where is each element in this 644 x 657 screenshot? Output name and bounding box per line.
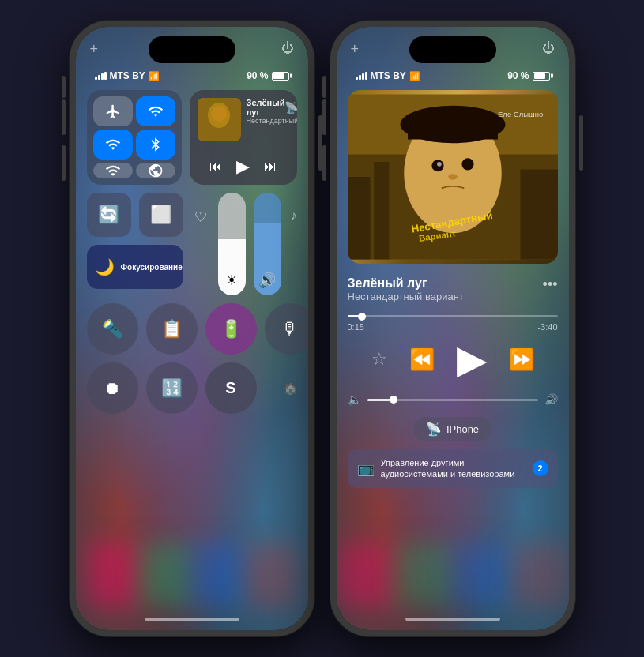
moon-icon: 🌙 [95,257,115,276]
battery-icon-left [272,72,289,81]
airplane-mode-button[interactable] [93,96,133,126]
home-indicator-left[interactable] [145,618,239,621]
device-name: IPhone [446,423,479,435]
speaker-icon: 🔊 [258,272,276,289]
tv-control-text: Управление другими аудиосистемами и теле… [381,457,526,480]
screen-record-button[interactable]: ⏺ [87,362,138,414]
playback-controls: ☆ ⏪ ▶ ⏩ [348,336,558,382]
volume-up-button[interactable] [62,99,66,135]
battery-icon-right [533,72,550,81]
calculator-button[interactable]: 🔢 [146,362,198,414]
vpn-toggle-button[interactable] [93,163,133,178]
heart-icon: ♡ [194,208,207,226]
more-options-button[interactable]: ••• [543,276,558,293]
silent-switch-right[interactable] [322,76,326,98]
home-indicator-right[interactable] [405,618,500,621]
volume-track[interactable] [367,399,538,401]
carrier-text-left: MTS BY [110,70,145,81]
tv-count-badge: 2 [533,460,548,476]
right-phone: + ⏻ MTS BY 📶 90 % [330,21,575,636]
battery-info-right: 90 % [507,70,549,81]
power-icon-right[interactable]: ⏻ [542,41,555,55]
power-button[interactable] [318,115,322,171]
tv-icon: 📺 [357,460,375,477]
volume-dot [390,396,397,404]
wifi-icon-right: 📶 [409,71,420,81]
battery-pct-left: 90 % [247,70,268,81]
svg-rect-14 [408,117,498,140]
battery-info-left: 90 % [247,70,288,81]
song-info: Зелёный луг Нестандартный вариант ••• [348,276,558,312]
brightness-slider[interactable]: ☀ [218,193,246,295]
favorite-button[interactable]: ☆ [371,349,387,370]
cellular-toggle-button[interactable] [93,130,133,160]
remaining-time: -3:40 [537,322,557,332]
device-selector[interactable]: 📡 IPhone [413,417,491,441]
next-button-left[interactable]: ⏭ [264,160,277,174]
color-blobs-right [337,543,569,606]
carrier-info-right: MTS BY 📶 [356,70,420,81]
screen-mirror-button[interactable]: ⬜ [139,193,183,237]
voice-button[interactable]: 🎙 [265,303,308,355]
cc-right-icons2: ♪ [291,193,297,223]
music-artist-left: Нестандартный [247,117,289,125]
volume-down-button[interactable] [62,145,66,181]
flashlight-button[interactable]: 🔦 [87,303,138,355]
volume-slider[interactable]: 🔊 [254,193,281,295]
prev-button-left[interactable]: ⏮ [209,160,222,174]
add-icon-right[interactable]: + [351,41,360,58]
battery-widget-button[interactable]: 🔋 [205,303,257,355]
left-phone-frame: + ⏻ MTS BY 📶 90 % [70,21,314,636]
dynamic-island-right [409,36,496,63]
add-icon-left[interactable]: + [90,41,99,58]
svg-rect-7 [520,170,558,260]
cc-row-1: Зелёный луг 📡 Нестандартный ⏮ ▶ ⏭ [87,90,297,185]
music-title-left: Зелёный луг [247,98,285,117]
tv-control-bar[interactable]: 📺 Управление другими аудиосистемами и те… [348,449,558,488]
volume-row: 🔈 🔊 [348,393,558,406]
airplay-icon-player: 📡 [426,422,442,437]
cc-left-group: 🔄 ⬜ 🌙 Фокусирование [87,193,183,289]
volume-down-button-right[interactable] [322,145,326,181]
svg-rect-6 [374,162,389,260]
power-button-right[interactable] [579,115,583,171]
svg-point-2 [211,106,227,122]
cc-icons-row: 🔄 ⬜ [87,193,183,237]
svg-rect-5 [348,177,371,260]
focus-tile[interactable]: 🌙 Фокусирование [87,245,183,289]
album-label-text: Еле Слышно [498,110,543,118]
song-title: Зелёный луг [348,276,464,291]
color-blobs-left [87,543,297,606]
cc-right-icons: ♡ [194,193,207,226]
play-button-left[interactable]: ▶ [236,156,250,177]
status-bar-right: MTS BY 📶 90 % [337,68,569,84]
shazam-button[interactable]: S [205,362,257,414]
progress-container[interactable]: 0:15 -3:40 [348,315,558,332]
notes-button[interactable]: 📋 [146,303,198,355]
battery-pct-right: 90 % [507,70,529,81]
network-tile[interactable] [87,90,182,185]
airplay-icon-small[interactable]: 📡 [284,101,296,114]
screen-rotation-button[interactable]: 🔄 [87,193,131,237]
progress-track[interactable] [348,315,558,317]
airdrop-button[interactable] [136,163,175,178]
silent-switch[interactable] [62,76,66,98]
music-player: Нестандартный Вариант Еле Слышно Зелёный… [348,90,558,606]
bluetooth-toggle-button[interactable] [136,130,175,160]
left-phone: + ⏻ MTS BY 📶 90 % [70,21,314,636]
wifi-icon-left: 📶 [149,71,160,81]
status-bar-left: MTS BY 📶 90 % [76,68,308,84]
right-phone-frame: + ⏻ MTS BY 📶 90 % [330,21,575,636]
left-phone-screen: + ⏻ MTS BY 📶 90 % [76,27,308,630]
power-icon-left[interactable]: ⏻ [281,41,294,55]
progress-times: 0:15 -3:40 [348,322,558,332]
cc-row-4: ⏺ 🔢 S 🏠 [87,362,297,414]
play-pause-button[interactable]: ▶ [457,336,487,382]
cc-row-2: 🔄 ⬜ 🌙 Фокусирование ♡ [87,193,297,295]
volume-up-button-right[interactable] [322,99,326,135]
music-tile[interactable]: Зелёный луг 📡 Нестандартный ⏮ ▶ ⏭ [190,90,297,185]
song-title-artist: Зелёный луг Нестандартный вариант [348,276,464,312]
fast-forward-button[interactable]: ⏩ [509,347,534,372]
wifi-toggle-button[interactable] [136,96,175,126]
rewind-button[interactable]: ⏪ [409,347,435,372]
